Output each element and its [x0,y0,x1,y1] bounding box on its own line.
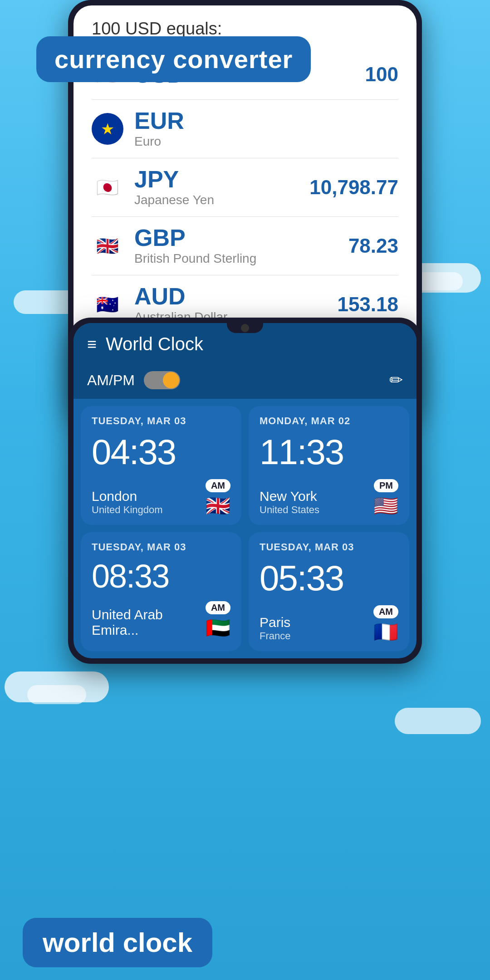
clock-card-uae: TUESDAY, MAR 03 08:33 United Arab Emira.… [81,532,241,651]
newyork-country: United States [260,504,319,516]
paris-country: France [260,630,290,642]
london-city: London [92,489,163,504]
edit-icon[interactable]: ✏ [389,371,403,390]
currency-converter-badge-label: currency converter [54,45,293,74]
usd-value: 100 [365,63,398,86]
eur-flag: ★ [92,113,123,145]
clock-card-newyork: MONDAY, MAR 02 11:33 New York United Sta… [249,406,409,525]
ampm-toolbar: AM/PM ✏ [74,363,416,399]
newyork-time: 11:33 [260,431,398,473]
paris-ampm: AM [373,605,398,618]
world-clock-title: World Clock [106,334,403,354]
newyork-flag: 🇺🇸 [373,496,398,516]
paris-day: TUESDAY, MAR 03 [260,541,398,553]
currency-converter-badge: currency converter [36,36,311,82]
paris-time: 05:33 [260,558,398,599]
jpy-flag: 🇯🇵 [92,172,123,203]
london-flag: 🇬🇧 [206,496,230,516]
clock-card-paris: TUESDAY, MAR 03 05:33 Paris France AM 🇫🇷 [249,532,409,651]
gbp-name: British Pound Sterling [134,251,348,266]
london-day: TUESDAY, MAR 03 [92,415,230,427]
clock-card-london: TUESDAY, MAR 03 04:33 London United King… [81,406,241,525]
uae-flag: 🇦🇪 [206,618,230,638]
paris-city: Paris [260,615,290,630]
gbp-code: GBP [134,226,348,250]
clock-grid: TUESDAY, MAR 03 04:33 London United King… [74,399,416,658]
menu-icon[interactable]: ≡ [87,335,97,354]
eur-code: EUR [134,109,398,132]
london-time: 04:33 [92,431,230,473]
newyork-day: MONDAY, MAR 02 [260,415,398,427]
jpy-code: JPY [134,167,309,191]
ampm-toggle[interactable] [144,371,180,389]
world-clock-badge-label: world clock [43,927,192,958]
notch-camera [241,324,249,332]
table-row: 🇬🇧 GBP British Pound Sterling 78.23 [92,217,398,275]
uae-day: TUESDAY, MAR 03 [92,541,230,553]
london-country: United Kingdom [92,504,163,516]
table-row: 🇯🇵 JPY Japanese Yen 10,798.77 [92,158,398,217]
newyork-city: New York [260,489,319,504]
phone-notch [227,323,263,333]
table-row: ★ EUR Euro [92,100,398,158]
world-clock-screen: ≡ World Clock AM/PM ✏ TUESDAY, MAR 03 04… [74,323,416,658]
newyork-ampm: PM [374,479,398,492]
world-clock-phone: ≡ World Clock AM/PM ✏ TUESDAY, MAR 03 04… [68,318,422,664]
uae-city: United Arab Emira... [92,607,206,638]
paris-flag: 🇫🇷 [373,622,398,642]
uae-time: 08:33 [92,558,230,595]
aud-flag: 🇦🇺 [92,289,123,320]
jpy-name: Japanese Yen [134,193,309,207]
gbp-flag: 🇬🇧 [92,230,123,262]
ampm-label: AM/PM [87,372,135,389]
aud-code: AUD [134,284,337,308]
world-clock-badge: world clock [23,918,212,967]
uae-ampm: AM [206,601,230,614]
toggle-thumb [163,372,179,388]
london-ampm: AM [206,479,230,492]
aud-value: 153.18 [337,293,398,316]
cc-header: 100 USD equals: [92,19,398,39]
eur-name: Euro [134,134,398,149]
gbp-value: 78.23 [348,235,398,257]
jpy-value: 10,798.77 [309,176,398,199]
